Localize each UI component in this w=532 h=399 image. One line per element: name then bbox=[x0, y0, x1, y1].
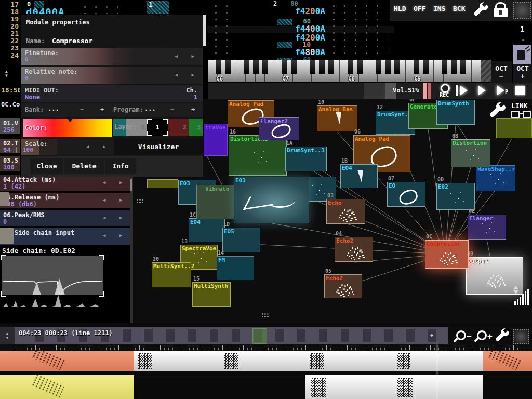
zoom-in-icon[interactable] bbox=[477, 330, 487, 340]
name-field[interactable]: Compressor bbox=[52, 37, 92, 45]
noteoff-button[interactable]: OFF bbox=[414, 5, 425, 12]
dec-arrow-icon[interactable]: ◀ bbox=[175, 72, 178, 77]
dec-arrow-icon[interactable]: ◀ bbox=[103, 180, 105, 185]
black-key[interactable] bbox=[253, 60, 259, 74]
inc-arrow-icon[interactable]: ▶ bbox=[192, 54, 194, 59]
module-eo4-1b[interactable]: 1BEO4 bbox=[340, 164, 378, 188]
insert-button[interactable]: INS bbox=[433, 5, 445, 12]
inc-arrow-icon[interactable]: ▶ bbox=[119, 180, 122, 185]
module-waveshaper[interactable]: WaveShap..r bbox=[476, 165, 515, 191]
info-button[interactable]: Info bbox=[105, 158, 136, 174]
module-eo4-1c[interactable]: 1CEO4 bbox=[189, 218, 225, 242]
inc-arrow-icon[interactable]: ▶ bbox=[119, 215, 122, 220]
visualizer-button[interactable]: Visualizer bbox=[114, 139, 203, 155]
timeline-track-1[interactable] bbox=[0, 351, 532, 371]
timeline-wrench-icon[interactable] bbox=[494, 327, 511, 345]
scale-slider[interactable]: Scale: 100 ◀▶ bbox=[21, 139, 113, 155]
backspace-button[interactable]: BCK bbox=[453, 5, 465, 12]
record-button[interactable]: REC bbox=[435, 84, 453, 98]
graph-hscroll-handle[interactable] bbox=[261, 313, 269, 317]
module-multisynth[interactable]: 15MultiSynth bbox=[192, 282, 231, 307]
module-fm[interactable]: 14FM bbox=[217, 256, 254, 280]
dec-arrow-icon[interactable]: ◀ bbox=[103, 197, 105, 203]
module-flanger2[interactable]: Flanger2 bbox=[259, 117, 299, 140]
module-analog-bass[interactable]: 10Analog Bas bbox=[317, 105, 357, 131]
module-spectravoice-partial[interactable]: traVoe bbox=[204, 124, 228, 156]
black-key[interactable] bbox=[442, 60, 447, 74]
black-key[interactable] bbox=[244, 60, 249, 74]
black-key[interactable] bbox=[319, 60, 325, 74]
black-key[interactable] bbox=[414, 60, 419, 74]
slider-handle[interactable] bbox=[0, 228, 14, 244]
module-distortion2[interactable]: 16Distortion2 bbox=[229, 135, 287, 176]
octave-down-button[interactable]: OCT− bbox=[491, 61, 512, 83]
graph-wrench-icon[interactable] bbox=[487, 101, 508, 122]
scroll-down-icon[interactable] bbox=[513, 290, 518, 294]
pattern-block-white-2[interactable] bbox=[305, 375, 483, 399]
zoom-in-sign[interactable]: + bbox=[487, 331, 493, 341]
midi-channel-value[interactable]: 1 bbox=[194, 94, 197, 101]
pattern-block-salmon[interactable] bbox=[0, 351, 134, 371]
module-compressor-selected[interactable]: 0CCompressor bbox=[425, 240, 469, 269]
panel-scroll-icon[interactable]: ▲▼ bbox=[5, 70, 8, 78]
module-eo[interactable]: 07EO bbox=[387, 182, 425, 207]
dec-arrow-icon[interactable]: ◀ bbox=[86, 144, 89, 149]
module-e03-big[interactable]: E03 bbox=[234, 177, 309, 223]
module-eo5[interactable]: 1DEO5 bbox=[222, 228, 260, 252]
module-flanger[interactable]: 0EFlanger bbox=[468, 215, 506, 240]
program-minus-button[interactable]: − bbox=[170, 106, 174, 113]
module-e02-0d[interactable]: 0DE02 bbox=[436, 183, 475, 210]
module-echo[interactable]: 03Echo bbox=[326, 199, 365, 224]
relative-note-slider[interactable]: Relative note: 0 ◀▶ bbox=[21, 66, 203, 84]
black-key[interactable] bbox=[291, 60, 297, 74]
black-key[interactable] bbox=[451, 60, 457, 74]
black-key[interactable] bbox=[460, 60, 466, 74]
graph-vscroll-handle[interactable] bbox=[136, 198, 143, 203]
program-value[interactable]: ... bbox=[144, 105, 156, 112]
inc-arrow-icon[interactable]: ▶ bbox=[119, 197, 122, 203]
panel-scrollbar-thumb[interactable] bbox=[130, 179, 132, 191]
zoom-out-icon[interactable] bbox=[456, 330, 466, 340]
pattern-block-white[interactable] bbox=[134, 351, 483, 371]
controller-row-release[interactable]: 05.Release (ms)108 (db6) ◀▶ bbox=[0, 193, 130, 208]
controller-row-attack[interactable]: 04.Attack (ms)1 (42) ◀▶ bbox=[0, 175, 130, 191]
song-mode-button[interactable] bbox=[513, 45, 531, 64]
midi-out-value[interactable]: None bbox=[25, 94, 40, 101]
bank-minus-button[interactable]: − bbox=[80, 106, 84, 113]
hold-button[interactable]: HLD bbox=[394, 5, 406, 12]
dec-arrow-icon[interactable]: ◀ bbox=[103, 215, 105, 220]
module-vibrato[interactable]: Vibrato bbox=[196, 185, 238, 219]
midi-out-row[interactable]: MIDI OUT: None Ch. 1 bbox=[21, 85, 203, 102]
inc-arrow-icon[interactable]: ▶ bbox=[192, 72, 194, 77]
pattern-scrollbar[interactable] bbox=[203, 15, 206, 46]
bank-value[interactable]: ... bbox=[48, 105, 59, 112]
black-key[interactable] bbox=[282, 60, 287, 74]
black-key[interactable] bbox=[385, 60, 391, 74]
module-echo2-04[interactable]: 04Echo2 bbox=[335, 237, 373, 262]
module-olive-strip[interactable] bbox=[147, 179, 178, 188]
inc-arrow-icon[interactable]: ▶ bbox=[103, 144, 105, 149]
module-echo2-05[interactable]: 05Echo2 bbox=[324, 274, 362, 298]
link-label[interactable]: LINK bbox=[511, 102, 527, 110]
program-plus-button[interactable]: + bbox=[191, 106, 195, 113]
controller-row-peakrms[interactable]: 06.Peak/RMS0 ◀▶ bbox=[0, 210, 130, 226]
volume-readout[interactable]: Vol.51% bbox=[393, 87, 419, 94]
module-drumsynth3[interactable]: 1ADrumSynt..3 bbox=[285, 147, 327, 171]
timeline-selection-icon[interactable] bbox=[513, 329, 529, 344]
pattern-editor-mid[interactable]: 280 f4200A 60 f4400A f4200A 10 f4800A 60 bbox=[207, 0, 394, 60]
black-key[interactable] bbox=[328, 60, 334, 74]
delete-button[interactable]: Delete bbox=[64, 158, 104, 174]
module-distortion[interactable]: 0BDistortion bbox=[451, 139, 490, 167]
pattern-block-salmon-2[interactable] bbox=[483, 351, 532, 371]
timeline-scroll-icon[interactable]: ▲▼ bbox=[0, 327, 15, 344]
slider-handle[interactable] bbox=[0, 192, 9, 206]
inc-arrow-icon[interactable]: ▶ bbox=[119, 233, 122, 238]
pattern-icon-selected[interactable] bbox=[252, 328, 267, 344]
black-key[interactable] bbox=[262, 60, 268, 74]
dec-arrow-icon[interactable]: ◀ bbox=[175, 54, 178, 59]
black-key[interactable] bbox=[348, 60, 353, 74]
piano-keyboard[interactable]: C6 C7 C8 C9 bbox=[208, 60, 481, 83]
black-key[interactable] bbox=[216, 60, 221, 74]
scroll-up-icon[interactable] bbox=[513, 286, 518, 289]
controller-row-sidechain[interactable]: 07.Side chain input5 ◀▶ bbox=[0, 228, 130, 245]
